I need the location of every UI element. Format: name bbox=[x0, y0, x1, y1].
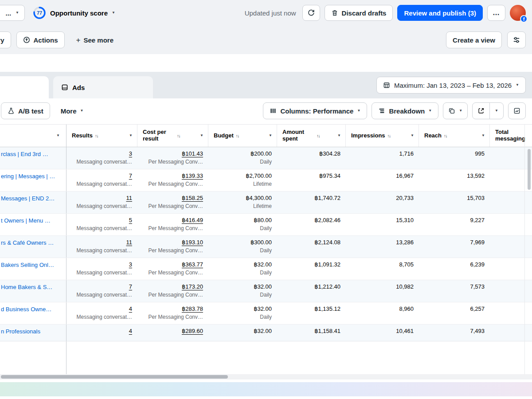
total-messaging-cell bbox=[490, 302, 532, 324]
ad-name-link[interactable]: rs & Café Owners … bbox=[1, 239, 63, 246]
cost-per-result-value[interactable]: ฿416.49 bbox=[182, 217, 203, 223]
ab-test-button[interactable]: A/B test bbox=[1, 102, 50, 119]
budget-cell: ฿32.00 Daily bbox=[208, 258, 277, 280]
results-value[interactable]: 11 bbox=[126, 239, 133, 246]
column-header-total-messaging[interactable]: Total messaging bbox=[490, 125, 532, 147]
results-value[interactable]: 4 bbox=[129, 328, 132, 334]
total-messaging-cell bbox=[490, 280, 532, 302]
amount-spent-value: ฿304.28 bbox=[282, 150, 340, 157]
table-row[interactable]: Home Bakers & S… 7 Messaging conversat… … bbox=[0, 280, 532, 302]
cost-per-result-cell: ฿173.20 Per Messaging Conv… bbox=[137, 280, 208, 302]
table-row[interactable]: ering | Messages | … 7 Messaging convers… bbox=[0, 169, 532, 192]
column-header-name[interactable]: ▼ bbox=[0, 125, 66, 147]
create-view-button[interactable]: Create a view bbox=[446, 31, 502, 48]
view-charts-button[interactable] bbox=[508, 102, 526, 119]
cost-per-result-value[interactable]: ฿193.10 bbox=[182, 239, 203, 246]
columns-button[interactable]: Columns: Performance ▼ bbox=[263, 102, 367, 119]
column-header-cost-per-result[interactable]: Cost per result ↑↓ ▼ bbox=[137, 125, 208, 147]
results-value[interactable]: 3 bbox=[129, 150, 132, 157]
account-menu-label: ... bbox=[6, 9, 12, 17]
ad-name-link[interactable]: d Business Owne… bbox=[1, 306, 63, 313]
total-messaging-cell bbox=[490, 147, 532, 169]
amount-spent-cell: ฿1,740.72 bbox=[277, 192, 346, 213]
table-row[interactable]: d Business Owne… 4 Messaging conversat… … bbox=[0, 302, 532, 325]
truncated-left-label: ery bbox=[0, 36, 4, 44]
truncated-left-button[interactable]: ery bbox=[0, 31, 11, 48]
amount-spent-value: ฿1,740.72 bbox=[282, 195, 340, 202]
profile-avatar[interactable]: f bbox=[510, 5, 526, 21]
date-range-label: Maximum: Jan 13, 2023 – Feb 13, 2026 bbox=[394, 82, 512, 89]
ad-name-link[interactable]: Bakers Selling Onl… bbox=[1, 262, 63, 268]
cost-per-result-value[interactable]: ฿289.60 bbox=[182, 328, 203, 334]
budget-value: ฿32.00 bbox=[214, 305, 272, 313]
column-header-reach[interactable]: Reach ↑↓ ▼ bbox=[419, 125, 490, 147]
trash-icon bbox=[331, 9, 338, 16]
cost-per-result-value[interactable]: ฿158.25 bbox=[182, 195, 203, 201]
table-row[interactable]: n Professionals 4 ฿289.60 ฿32.00 ฿1,158.… bbox=[0, 325, 532, 341]
horizontal-scrollbar-thumb[interactable] bbox=[1, 375, 228, 379]
cost-per-result-value[interactable]: ฿283.78 bbox=[182, 305, 203, 312]
ad-name-link[interactable]: Home Bakers & S… bbox=[1, 284, 63, 290]
more-button[interactable]: More ▼ bbox=[55, 102, 90, 119]
actions-button[interactable]: Actions bbox=[16, 31, 65, 48]
export-button[interactable] bbox=[473, 103, 489, 119]
name-cell: n Professionals bbox=[0, 325, 66, 341]
date-range-button[interactable]: Maximum: Jan 13, 2023 – Feb 13, 2026 ▼ bbox=[376, 77, 526, 94]
amount-spent-cell: ฿975.34 bbox=[277, 169, 346, 191]
amount-spent-cell: ฿1,212.40 bbox=[277, 280, 346, 302]
columns-label: Columns: Performance bbox=[280, 107, 353, 115]
impressions-value: 10,461 bbox=[351, 328, 414, 335]
results-type: Messaging conversat… bbox=[72, 314, 132, 320]
results-value[interactable]: 5 bbox=[129, 217, 132, 223]
table-row[interactable]: t Owners | Menu … 5 Messaging conversat…… bbox=[0, 214, 532, 236]
export-options-button[interactable]: ▼ bbox=[489, 103, 503, 119]
ad-name-link[interactable]: t Owners | Menu … bbox=[1, 217, 63, 224]
chevron-down-icon: ▼ bbox=[80, 109, 84, 113]
results-value[interactable]: 11 bbox=[126, 195, 133, 201]
review-publish-button[interactable]: Review and publish (3) bbox=[397, 5, 483, 21]
sort-icon: ↑↓ bbox=[387, 133, 391, 138]
results-value[interactable]: 3 bbox=[129, 261, 132, 268]
table-toolbar: A/B test More ▼ Columns: Performance ▼ B… bbox=[0, 102, 532, 119]
column-header-budget[interactable]: Budget ↑↓ ▼ bbox=[208, 125, 277, 147]
breakdown-button[interactable]: Breakdown ▼ bbox=[372, 102, 438, 119]
table-row[interactable]: Messages | END 2… 11 Messaging conversat… bbox=[0, 192, 532, 214]
cost-per-result-type: Per Messaging Conv… bbox=[143, 292, 203, 298]
view-settings-button[interactable] bbox=[507, 31, 526, 48]
column-header-amount-spent[interactable]: Amount spent ↑↓ ▼ bbox=[277, 125, 346, 147]
table-row[interactable]: rclass | End 3rd … 3 Messaging conversat… bbox=[0, 147, 532, 169]
horizontal-scrollbar[interactable] bbox=[0, 374, 532, 379]
reports-button[interactable]: ▼ bbox=[443, 102, 468, 119]
more-options-button[interactable]: … bbox=[487, 5, 505, 21]
cost-per-result-value[interactable]: ฿101.43 bbox=[182, 150, 203, 157]
filter-strip[interactable] bbox=[0, 54, 532, 72]
cost-per-result-value[interactable]: ฿363.77 bbox=[182, 261, 203, 268]
chevron-down-icon: ▼ bbox=[126, 134, 133, 137]
ad-name-link[interactable]: rclass | End 3rd … bbox=[1, 151, 63, 157]
arrow-up-circle-icon bbox=[23, 36, 30, 43]
table-row[interactable]: Bakers Selling Onl… 3 Messaging conversa… bbox=[0, 258, 532, 280]
cost-per-result-cell: ฿283.78 Per Messaging Conv… bbox=[137, 302, 208, 324]
account-menu-button[interactable]: ... ▼ bbox=[0, 5, 25, 21]
tab-ads[interactable]: Ads bbox=[53, 76, 153, 98]
column-header-results[interactable]: Results ↑↓ ▼ bbox=[66, 125, 137, 147]
cost-per-result-value[interactable]: ฿173.20 bbox=[182, 283, 203, 290]
vertical-scrollbar[interactable] bbox=[528, 149, 531, 190]
results-value[interactable]: 7 bbox=[129, 283, 132, 290]
refresh-button[interactable] bbox=[302, 5, 320, 21]
budget-type: Daily bbox=[214, 292, 272, 298]
updated-status: Updated just now bbox=[245, 9, 296, 17]
opportunity-score-control[interactable]: 77 Opportunity score ▼ bbox=[33, 6, 115, 20]
ad-name-link[interactable]: ering | Messages | … bbox=[1, 173, 63, 180]
see-more-button[interactable]: + See more bbox=[70, 31, 120, 48]
tab-adsets-truncated[interactable] bbox=[0, 76, 49, 98]
column-header-impressions[interactable]: Impressions ↑↓ ▼ bbox=[346, 125, 419, 147]
table-row[interactable]: rs & Café Owners … 11 Messaging conversa… bbox=[0, 236, 532, 258]
results-value[interactable]: 7 bbox=[129, 172, 132, 179]
impressions-cell: 1,716 bbox=[346, 147, 419, 169]
ad-name-link[interactable]: n Professionals bbox=[1, 328, 63, 335]
cost-per-result-value[interactable]: ฿139.33 bbox=[182, 172, 203, 179]
ad-name-link[interactable]: Messages | END 2… bbox=[1, 195, 63, 202]
discard-drafts-button[interactable]: Discard drafts bbox=[325, 5, 393, 21]
results-value[interactable]: 4 bbox=[129, 305, 132, 312]
